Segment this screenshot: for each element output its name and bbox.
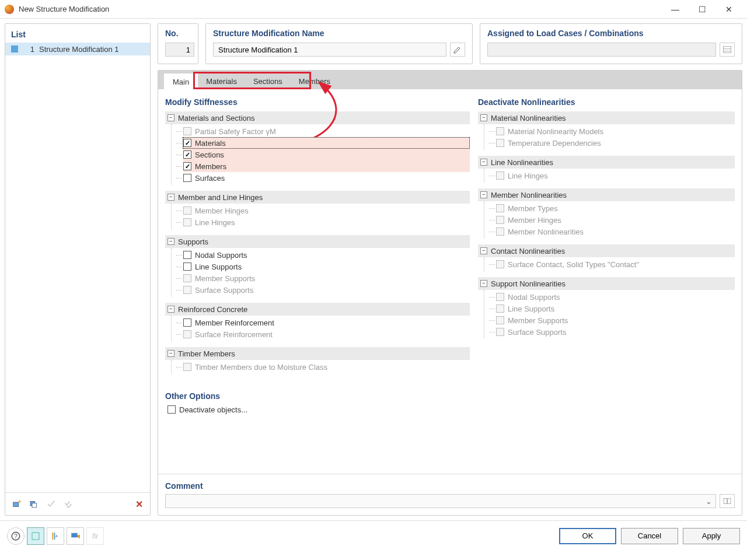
apply-button[interactable]: Apply <box>683 528 740 544</box>
tree-group-header[interactable]: −Member Nonlinearities <box>478 188 735 201</box>
tree-row: Member Types <box>496 202 735 214</box>
edit-name-button[interactable] <box>450 43 465 57</box>
tree-checkbox[interactable] <box>183 174 191 182</box>
tab-sections[interactable]: Sections <box>245 74 291 89</box>
tree-checkbox[interactable] <box>183 318 191 327</box>
tree-group-label: Timber Members <box>178 349 235 358</box>
apply-check-button[interactable] <box>44 496 59 512</box>
apply-all-button[interactable] <box>61 496 76 512</box>
tab-strip: Main Materials Sections Members <box>158 71 742 89</box>
collapse-icon[interactable]: − <box>480 247 487 254</box>
comment-pick-button[interactable] <box>720 494 735 508</box>
tree-checkbox[interactable] <box>183 150 191 159</box>
collapse-icon[interactable]: − <box>480 280 487 287</box>
tree-row[interactable]: Member Reinforcement <box>183 317 470 328</box>
tree-group-header[interactable]: −Reinforced Concrete <box>165 303 470 316</box>
no-label: No. <box>165 29 191 38</box>
list-title: List <box>5 24 150 43</box>
svg-text:✶: ✶ <box>18 499 22 505</box>
new-item-button[interactable]: ✶ <box>9 496 24 512</box>
display-button[interactable] <box>67 527 84 545</box>
tree-group-label: Material Nonlinearities <box>491 114 566 123</box>
tree-row-label: Nodal Supports <box>508 293 560 302</box>
tree-row[interactable]: Surfaces <box>183 172 470 184</box>
footer: ? A fx OK Cancel Apply <box>0 520 747 551</box>
tree-group-header[interactable]: −Member and Line Hinges <box>165 191 470 204</box>
comment-combo[interactable]: ⌄ <box>165 494 716 508</box>
deactivate-objects-checkbox[interactable] <box>167 405 176 414</box>
formula-button[interactable]: fx <box>86 527 104 545</box>
tree-checkbox <box>496 204 504 212</box>
collapse-icon[interactable]: − <box>167 350 174 357</box>
tree-group-label: Reinforced Concrete <box>178 305 247 314</box>
tree-row: Line Supports <box>496 303 735 314</box>
copy-item-button[interactable] <box>26 496 41 512</box>
tab-members[interactable]: Members <box>291 74 338 89</box>
tree-row[interactable]: Materials <box>183 137 470 149</box>
collapse-icon[interactable]: − <box>167 238 174 245</box>
minimize-button[interactable]: — <box>662 0 689 19</box>
tree-group-label: Member Nonlinearities <box>491 191 567 200</box>
tree-group: −Member and Line HingesMember HingesLine… <box>165 191 470 229</box>
list-item[interactable]: 1 Structure Modification 1 <box>5 43 150 55</box>
tree-row: Surface Reinforcement <box>183 328 470 340</box>
deactivate-title: Deactivate Nonlinearities <box>478 97 735 107</box>
assigned-field[interactable] <box>487 43 716 57</box>
tree-group-header[interactable]: −Line Nonlinearities <box>478 156 735 169</box>
view-1-button[interactable] <box>27 527 44 545</box>
collapse-icon[interactable]: − <box>480 191 487 198</box>
tree-checkbox <box>496 328 504 336</box>
tree-checkbox <box>496 260 504 268</box>
tree-row: Nodal Supports <box>496 291 735 303</box>
tree-group-header[interactable]: −Contact Nonlinearities <box>478 244 735 257</box>
no-field[interactable] <box>165 43 194 57</box>
help-button[interactable]: ? <box>7 527 25 545</box>
tree-group-header[interactable]: −Timber Members <box>165 347 470 360</box>
tree-row[interactable]: Members <box>183 160 470 172</box>
header-row: No. Structure Modification Name Assigned… <box>158 23 742 64</box>
units-button[interactable]: A <box>47 527 64 545</box>
deactivate-objects-row[interactable]: Deactivate objects... <box>165 403 470 416</box>
collapse-icon[interactable]: − <box>167 194 174 201</box>
tree-row[interactable]: Sections <box>183 149 470 160</box>
tree-checkbox <box>183 206 191 215</box>
tree-checkbox[interactable] <box>183 251 191 259</box>
ok-button[interactable]: OK <box>559 528 616 544</box>
tab-materials[interactable]: Materials <box>198 74 245 89</box>
maximize-button[interactable]: ☐ <box>689 0 715 19</box>
workspace: List 1 Structure Modification 1 ✶ ✕ No. … <box>0 19 747 520</box>
close-button[interactable]: ✕ <box>715 0 742 19</box>
tree-checkbox <box>496 304 504 313</box>
svg-rect-15 <box>71 533 78 537</box>
tree-row: Member Nonlinearities <box>496 226 735 237</box>
list-item-label: Structure Modification 1 <box>39 45 119 54</box>
tree-checkbox[interactable] <box>183 139 191 147</box>
tree-row-label: Line Supports <box>195 262 242 271</box>
other-options: Other Options Deactivate objects... <box>165 390 470 416</box>
tree-checkbox[interactable] <box>183 262 191 271</box>
delete-item-button[interactable]: ✕ <box>131 496 146 512</box>
tree-group-label: Support Nonlinearities <box>491 279 566 288</box>
tree-group-header[interactable]: −Supports <box>165 235 470 248</box>
name-field[interactable] <box>213 43 446 57</box>
tree-row-label: Nodal Supports <box>195 251 247 260</box>
tree-checkbox[interactable] <box>183 162 191 170</box>
tree-group-header[interactable]: −Materials and Sections <box>165 111 470 124</box>
collapse-icon[interactable]: − <box>167 306 174 313</box>
tree-checkbox <box>183 218 191 226</box>
tree-group: −Contact NonlinearitiesSurface Contact, … <box>478 244 735 271</box>
tree-row-label: Surfaces <box>195 174 225 183</box>
assigned-pick-button[interactable] <box>720 43 735 57</box>
tree-row-label: Surface Reinforcement <box>195 330 273 339</box>
collapse-icon[interactable]: − <box>167 114 174 121</box>
tree-row[interactable]: Line Supports <box>183 261 470 272</box>
tree-row: Timber Members due to Moisture Class <box>183 361 470 373</box>
cancel-button[interactable]: Cancel <box>621 528 678 544</box>
collapse-icon[interactable]: − <box>480 114 487 121</box>
collapse-icon[interactable]: − <box>480 159 487 166</box>
tree-group-header[interactable]: −Material Nonlinearities <box>478 111 735 124</box>
tab-main[interactable]: Main <box>164 74 198 90</box>
tree-group-header[interactable]: −Support Nonlinearities <box>478 277 735 290</box>
tree-row[interactable]: Nodal Supports <box>183 249 470 261</box>
name-label: Structure Modification Name <box>213 29 465 38</box>
